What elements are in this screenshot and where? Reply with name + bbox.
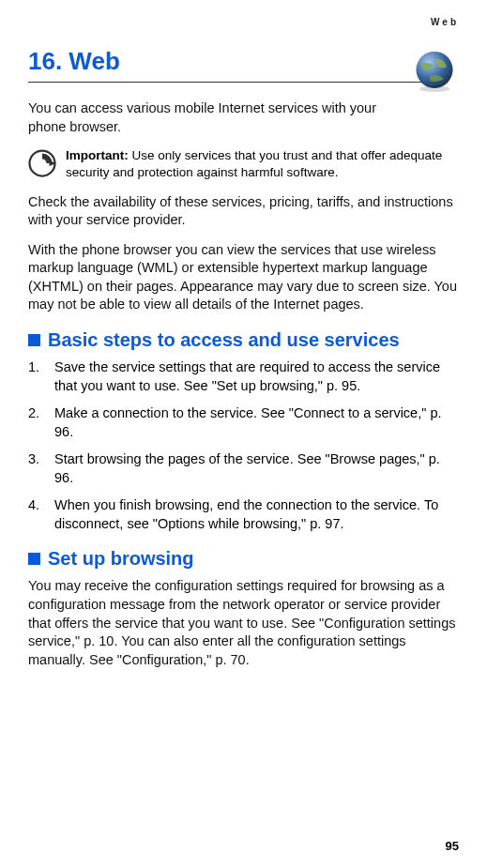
square-bullet-icon [28, 334, 40, 346]
list-number: 1. [28, 358, 45, 395]
steps-list: 1.Save the service settings that are req… [28, 358, 459, 534]
list-item: 4.When you finish browsing, end the conn… [28, 496, 459, 533]
globe-icon [410, 47, 459, 96]
list-number: 4. [28, 496, 45, 533]
list-item: 1.Save the service settings that are req… [28, 358, 459, 395]
header-running-title: Web [431, 17, 459, 27]
list-number: 2. [28, 404, 45, 441]
important-note: Important: Use only services that you tr… [28, 147, 459, 181]
svg-point-0 [417, 52, 453, 88]
section-heading-setup-browsing: Set up browsing [28, 548, 459, 570]
square-bullet-icon [28, 553, 40, 565]
chapter-title: 16. Web [28, 47, 459, 76]
paragraph-setup-browsing: You may receive the configuration settin… [28, 577, 459, 669]
page-number: 95 [446, 839, 459, 853]
important-text: Important: Use only services that you tr… [66, 147, 459, 181]
svg-point-1 [419, 85, 450, 92]
section-title-setup-browsing: Set up browsing [48, 548, 194, 570]
list-number: 3. [28, 450, 45, 487]
paragraph-browser-capabilities: With the phone browser you can view the … [28, 241, 459, 314]
list-text: When you finish browsing, end the connec… [54, 496, 459, 533]
title-divider [28, 82, 441, 83]
list-text: Make a connection to the service. See "C… [54, 404, 459, 441]
important-icon [28, 149, 56, 177]
section-title-basic-steps: Basic steps to access and use services [48, 329, 400, 351]
list-text: Save the service settings that are requi… [54, 358, 459, 395]
section-heading-basic-steps: Basic steps to access and use services [28, 329, 459, 351]
list-item: 3.Start browsing the pages of the servic… [28, 450, 459, 487]
list-text: Start browsing the pages of the service.… [54, 450, 459, 487]
intro-paragraph: You can access various mobile Internet s… [28, 99, 385, 136]
important-label: Important: [66, 148, 129, 162]
paragraph-availability: Check the availability of these services… [28, 193, 459, 230]
list-item: 2.Make a connection to the service. See … [28, 404, 459, 441]
